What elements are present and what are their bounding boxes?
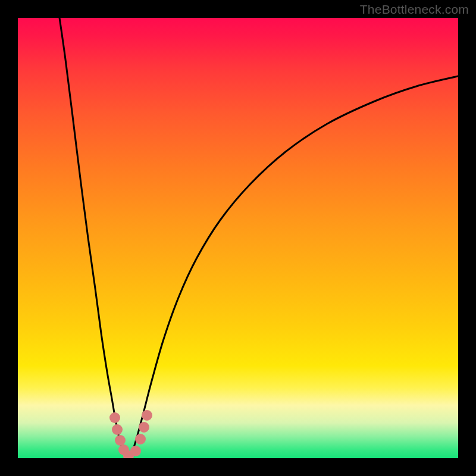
marker-dot: [139, 422, 149, 433]
plot-svg: [18, 18, 458, 458]
watermark-text: TheBottleneck.com: [360, 2, 469, 17]
marker-dot: [109, 412, 120, 423]
marker-dot: [130, 446, 141, 456]
marker-dot: [135, 434, 146, 444]
plot-area: [18, 18, 458, 458]
chart-frame: TheBottleneck.com: [0, 0, 476, 476]
curve-right-branch: [129, 76, 458, 458]
marker-dot: [115, 435, 126, 446]
marker-dot: [112, 424, 123, 435]
marker-dot: [142, 410, 152, 421]
curve-left-branch: [60, 18, 129, 458]
minimum-markers: [109, 410, 152, 458]
